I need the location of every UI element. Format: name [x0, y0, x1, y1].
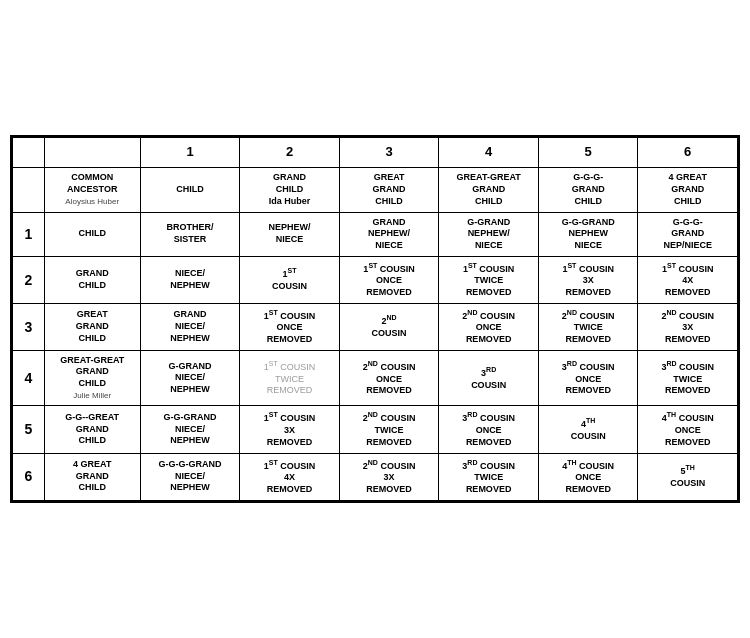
cell-r3-c5: 2ND COUSIN3XREMOVED: [638, 303, 738, 350]
cell-r1-c1: NEPHEW/NIECE: [240, 212, 340, 256]
relationship-table: 123456COMMONANCESTORAloysius HuberCHILDG…: [10, 135, 740, 502]
cell-r1-c2: GRANDNEPHEW/NIECE: [339, 212, 439, 256]
cell-r5-c3: 3RD COUSINONCEREMOVED: [439, 406, 539, 453]
cell-r2-c2: 1ST COUSINONCEREMOVED: [339, 256, 439, 303]
cell-r4-c2: 2ND COUSINONCEREMOVED: [339, 350, 439, 406]
cell-r3-c4: 2ND COUSINTWICEREMOVED: [538, 303, 638, 350]
cell-r2-c5: 1ST COUSIN4XREMOVED: [638, 256, 738, 303]
cell-r0-c3: GREAT-GREATGRANDCHILD: [439, 168, 539, 212]
cell-r5-c4: 4THCOUSIN: [538, 406, 638, 453]
cell-r1-c5: G-G-G-GRANDNEP/NIECE: [638, 212, 738, 256]
cell-r0-c5: 4 GREATGRANDCHILD: [638, 168, 738, 212]
cell-r5-c5: 4TH COUSINONCEREMOVED: [638, 406, 738, 453]
row-num-5: 5: [13, 406, 45, 453]
row-num-1: 1: [13, 212, 45, 256]
ancestor-cell-1: CHILD: [44, 212, 140, 256]
ancestor-cell-3: GREATGRANDCHILD: [44, 303, 140, 350]
cell-r4-c3: 3RDCOUSIN: [439, 350, 539, 406]
cell-r5-c2: 2ND COUSINTWICEREMOVED: [339, 406, 439, 453]
table-row: 4GREAT-GREATGRANDCHILDJulie MillerG-GRAN…: [13, 350, 738, 406]
cell-r4-c0: G-GRANDNIECE/NEPHEW: [140, 350, 240, 406]
col-header-6: 6: [638, 138, 738, 168]
table-row: 5G-G--GREATGRANDCHILDG-G-GRANDNIECE/NEPH…: [13, 406, 738, 453]
table-row: COMMONANCESTORAloysius HuberCHILDGRANDCH…: [13, 168, 738, 212]
cell-r2-c4: 1ST COUSIN3XREMOVED: [538, 256, 638, 303]
ancestor-cell-2: GRANDCHILD: [44, 256, 140, 303]
table-row: 64 GREATGRANDCHILDG-G-G-GRANDNIECE/NEPHE…: [13, 453, 738, 500]
cell-r0-c0: CHILD: [140, 168, 240, 212]
cell-r3-c2: 2NDCOUSIN: [339, 303, 439, 350]
col-header-4: 4: [439, 138, 539, 168]
ancestor-cell-0: COMMONANCESTORAloysius Huber: [44, 168, 140, 212]
row-num-4: 4: [13, 350, 45, 406]
table-row: 1CHILDBROTHER/SISTERNEPHEW/NIECEGRANDNEP…: [13, 212, 738, 256]
table-row: 3GREATGRANDCHILDGRANDNIECE/NEPHEW1ST COU…: [13, 303, 738, 350]
corner-empty: [13, 138, 45, 168]
cell-r6-c0: G-G-G-GRANDNIECE/NEPHEW: [140, 453, 240, 500]
cell-r0-c4: G-G-G-GRANDCHILD: [538, 168, 638, 212]
col-header-1: 1: [140, 138, 240, 168]
cell-r6-c5: 5THCOUSIN: [638, 453, 738, 500]
cell-r1-c0: BROTHER/SISTER: [140, 212, 240, 256]
ancestor-cell-5: G-G--GREATGRANDCHILD: [44, 406, 140, 453]
row-num-2: 2: [13, 256, 45, 303]
row-num-: [13, 168, 45, 212]
cell-r3-c1: 1ST COUSINONCEREMOVED: [240, 303, 340, 350]
cell-r5-c1: 1ST COUSIN3XREMOVED: [240, 406, 340, 453]
cell-r3-c0: GRANDNIECE/NEPHEW: [140, 303, 240, 350]
row-num-6: 6: [13, 453, 45, 500]
row-num-3: 3: [13, 303, 45, 350]
cell-r6-c2: 2ND COUSIN3XREMOVED: [339, 453, 439, 500]
ancestor-header: [44, 138, 140, 168]
ancestor-cell-6: 4 GREATGRANDCHILD: [44, 453, 140, 500]
col-header-5: 5: [538, 138, 638, 168]
cell-r5-c0: G-G-GRANDNIECE/NEPHEW: [140, 406, 240, 453]
cell-r2-c0: NIECE/NEPHEW: [140, 256, 240, 303]
cell-r6-c4: 4TH COUSINONCEREMOVED: [538, 453, 638, 500]
col-header-2: 2: [240, 138, 340, 168]
cell-r6-c1: 1ST COUSIN4XREMOVED: [240, 453, 340, 500]
cell-r3-c3: 2ND COUSINONCEREMOVED: [439, 303, 539, 350]
cell-r1-c4: G-G-GRANDNEPHEWNIECE: [538, 212, 638, 256]
table-row: 2GRANDCHILDNIECE/NEPHEW1STCOUSIN1ST COUS…: [13, 256, 738, 303]
cell-r4-c1: 1ST COUSINTWICEREMOVED: [240, 350, 340, 406]
cell-r2-c3: 1ST COUSINTWICEREMOVED: [439, 256, 539, 303]
ancestor-cell-4: GREAT-GREATGRANDCHILDJulie Miller: [44, 350, 140, 406]
cell-r4-c5: 3RD COUSINTWICEREMOVED: [638, 350, 738, 406]
col-header-3: 3: [339, 138, 439, 168]
cell-r0-c1: GRANDCHILDIda Huber: [240, 168, 340, 212]
cell-r6-c3: 3RD COUSINTWICEREMOVED: [439, 453, 539, 500]
cell-r0-c2: GREATGRANDCHILD: [339, 168, 439, 212]
cell-r4-c4: 3RD COUSINONCEREMOVED: [538, 350, 638, 406]
cell-r2-c1: 1STCOUSIN: [240, 256, 340, 303]
cell-r1-c3: G-GRANDNEPHEW/NIECE: [439, 212, 539, 256]
